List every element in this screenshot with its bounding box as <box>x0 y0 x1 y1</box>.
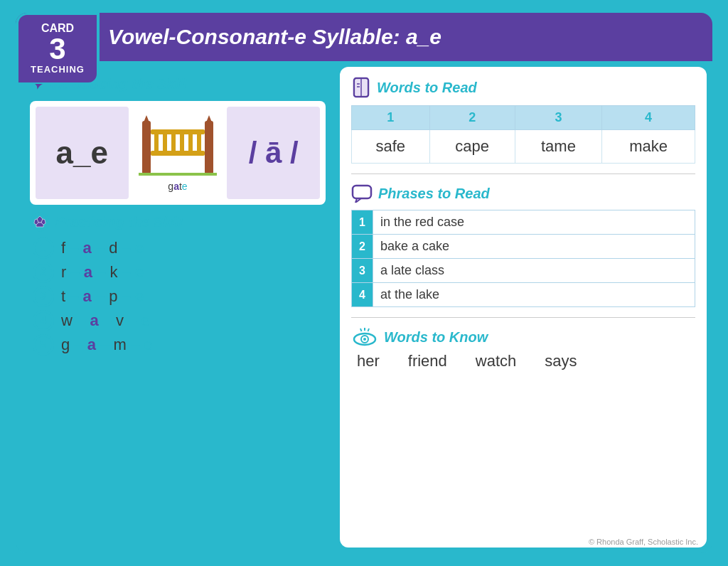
header-title: Vowel-Consonant-e Syllable: a_e <box>108 25 441 49</box>
phrase-num-4: 4 <box>352 283 373 307</box>
words-col-3: 3 <box>515 106 601 130</box>
left-panel: ✦ Introducing the Skill a_e <box>21 67 334 548</box>
svg-rect-9 <box>180 129 184 156</box>
intro-aye-cell: a_e <box>36 107 129 199</box>
intro-gate-cell: gate <box>132 107 225 199</box>
book-icon <box>351 77 371 98</box>
gate-illustration <box>139 114 217 178</box>
svg-marker-24 <box>355 198 361 203</box>
practice-title: Practicing the Skill <box>30 212 326 232</box>
know-word-watch: watch <box>476 352 516 370</box>
svg-rect-23 <box>353 186 371 198</box>
phrase-num-2: 2 <box>352 235 373 259</box>
svg-rect-10 <box>188 129 193 156</box>
practice-text-4: w – a – v – e <box>61 311 150 330</box>
svg-marker-3 <box>206 115 212 122</box>
intro-box: a_e <box>30 101 326 205</box>
soccer-icon <box>30 212 50 232</box>
word-make: make <box>602 130 695 164</box>
svg-marker-2 <box>144 115 149 122</box>
phrases-title: Phrases to Read <box>351 184 695 203</box>
words-col-1: 1 <box>352 106 430 130</box>
practice-num-5: 5 <box>33 334 54 356</box>
intro-gate-text: gate <box>168 181 187 192</box>
practice-text-2: r – a – k – e <box>61 263 144 282</box>
word-safe: safe <box>352 130 430 164</box>
words-title: Words to Read <box>351 77 695 98</box>
right-panel: Words to Read 1 2 3 4 safe <box>340 67 707 548</box>
svg-rect-8 <box>171 129 176 156</box>
practice-item-3: 3 t – a – p – e <box>33 286 326 307</box>
copyright: © Rhonda Graff, Scholastic Inc. <box>589 538 698 546</box>
word-cape: cape <box>429 130 515 164</box>
know-section: Words to Know her friend watch says <box>351 328 695 370</box>
intro-phoneme-cell: / ā / <box>227 107 320 199</box>
phrase-row-4: 4 at the lake <box>352 283 695 307</box>
phrase-num-3: 3 <box>352 259 373 283</box>
svg-line-26 <box>360 329 362 331</box>
practice-item-1: 1 f – a – d – e <box>33 237 326 259</box>
practice-text-1: f – a – d – e <box>61 239 144 257</box>
words-col-4: 4 <box>602 106 695 130</box>
svg-rect-4 <box>151 129 205 134</box>
know-word-says: says <box>545 352 577 370</box>
phrase-text-1: in the red case <box>373 210 695 235</box>
phrase-text-2: bake a cake <box>373 235 695 259</box>
card-header: Vowel-Consonant-e Syllable: a_e <box>16 13 712 61</box>
svg-rect-11 <box>197 129 201 156</box>
phrase-num-1: 1 <box>352 210 373 235</box>
svg-rect-6 <box>154 129 159 156</box>
card-body: ✦ Introducing the Skill a_e <box>16 61 712 553</box>
words-section: Words to Read 1 2 3 4 safe <box>351 77 695 174</box>
practice-item-5: 5 g – a – m – e <box>33 334 326 356</box>
svg-point-30 <box>363 338 366 341</box>
card-outer: CARD 3 TEACHING Vowel-Consonant-e Syllab… <box>16 13 712 553</box>
phrase-row-1: 1 in the red case <box>352 210 695 235</box>
badge-teaching-label: TEACHING <box>31 64 85 75</box>
badge-number: 3 <box>49 34 65 64</box>
practice-text-5: g – a – m – e <box>61 336 153 354</box>
practice-section: Practicing the Skill 1 f – a – d – e 2 <box>30 212 326 356</box>
phrase-row-3: 3 a late class <box>352 259 695 283</box>
practice-num-3: 3 <box>33 286 54 307</box>
words-col-2: 2 <box>429 106 515 130</box>
know-word-her: her <box>357 352 380 370</box>
practice-num-2: 2 <box>33 262 54 283</box>
know-word-friend: friend <box>408 352 447 370</box>
svg-rect-1 <box>205 121 213 174</box>
practice-item-2: 2 r – a – k – e <box>33 262 326 283</box>
know-words: her friend watch says <box>351 346 695 370</box>
practice-text-3: t – a – p – e <box>61 287 144 306</box>
practice-num-1: 1 <box>33 237 54 259</box>
phrase-row-2: 2 bake a cake <box>352 235 695 259</box>
practice-num-4: 4 <box>33 310 54 331</box>
intro-phoneme-text: / ā / <box>249 136 299 170</box>
svg-rect-7 <box>163 129 167 156</box>
svg-rect-0 <box>142 121 151 174</box>
svg-rect-5 <box>151 151 205 156</box>
know-title: Words to Know <box>351 328 695 346</box>
svg-line-27 <box>368 329 370 331</box>
phrase-text-3: a late class <box>373 259 695 283</box>
practice-items: 1 f – a – d – e 2 r – a – k – e <box>30 237 326 356</box>
corner-badge: CARD 3 TEACHING <box>16 13 100 84</box>
phrases-section: Phrases to Read 1 in the red case 2 bake… <box>351 184 695 318</box>
speech-bubble-icon <box>351 184 373 203</box>
intro-aye-text: a_e <box>56 135 108 171</box>
phrases-table: 1 in the red case 2 bake a cake 3 a late… <box>351 210 695 307</box>
phrase-text-4: at the lake <box>373 283 695 307</box>
practice-item-4: 4 w – a – v – e <box>33 310 326 331</box>
eye-icon <box>351 328 378 346</box>
words-table: 1 2 3 4 safe cape tame make <box>351 105 695 164</box>
word-tame: tame <box>515 130 601 164</box>
